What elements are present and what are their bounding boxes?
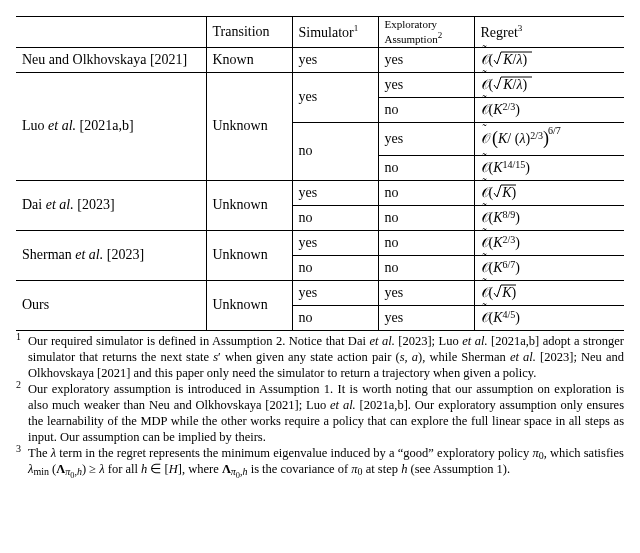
footnote-1: 1 Our required simulator is defined in A… bbox=[16, 333, 624, 381]
regret-cell: ˜𝒪(K/λ) bbox=[474, 72, 624, 97]
col-transition: Transition bbox=[206, 17, 292, 48]
col-exploratory: Exploratory Assumption2 bbox=[378, 17, 474, 48]
paper-ours: Ours bbox=[16, 280, 206, 330]
regret-cell: ˜𝒪(K/λ) bbox=[474, 47, 624, 72]
footnote-3: 3 The λ term in the regret represents th… bbox=[16, 445, 624, 480]
footnotes: 1 Our required simulator is defined in A… bbox=[16, 333, 624, 480]
table-header-row: Transition Simulator1 Exploratory Assump… bbox=[16, 17, 624, 48]
table-row: Ours Unknown yes yes ˜𝒪(K) bbox=[16, 280, 624, 305]
regret-cell: ˜𝒪(K4/5) bbox=[474, 305, 624, 330]
comparison-table: Transition Simulator1 Exploratory Assump… bbox=[16, 16, 624, 331]
table-row: Dai et al. [2023] Unknown yes no ˜𝒪(K) bbox=[16, 180, 624, 205]
table-row: Neu and Olkhovskaya [2021] Known yes yes… bbox=[16, 47, 624, 72]
col-regret: Regret3 bbox=[474, 17, 624, 48]
regret-cell: ˜𝒪(K14/15) bbox=[474, 155, 624, 180]
regret-cell: ˜𝒪 (K/ (λ)2/3)6/7 bbox=[474, 122, 624, 155]
footnote-2: 2 Our exploratory assumption is introduc… bbox=[16, 381, 624, 445]
regret-cell: ˜𝒪(K) bbox=[474, 180, 624, 205]
paper-neu: Neu and Olkhovskaya [2021] bbox=[16, 47, 206, 72]
regret-cell: ˜𝒪(K) bbox=[474, 280, 624, 305]
regret-cell: ˜𝒪(K6/7) bbox=[474, 255, 624, 280]
regret-cell: ˜𝒪(K2/3) bbox=[474, 97, 624, 122]
regret-cell: ˜𝒪(K8/9) bbox=[474, 205, 624, 230]
paper-luo: Luo et al. [2021a,b] bbox=[16, 72, 206, 180]
paper-sherman: Sherman et al. [2023] bbox=[16, 230, 206, 280]
paper-dai: Dai et al. [2023] bbox=[16, 180, 206, 230]
col-simulator: Simulator1 bbox=[292, 17, 378, 48]
table-row: Sherman et al. [2023] Unknown yes no ˜𝒪(… bbox=[16, 230, 624, 255]
table-row: Luo et al. [2021a,b] Unknown yes yes ˜𝒪(… bbox=[16, 72, 624, 97]
regret-cell: ˜𝒪(K2/3) bbox=[474, 230, 624, 255]
